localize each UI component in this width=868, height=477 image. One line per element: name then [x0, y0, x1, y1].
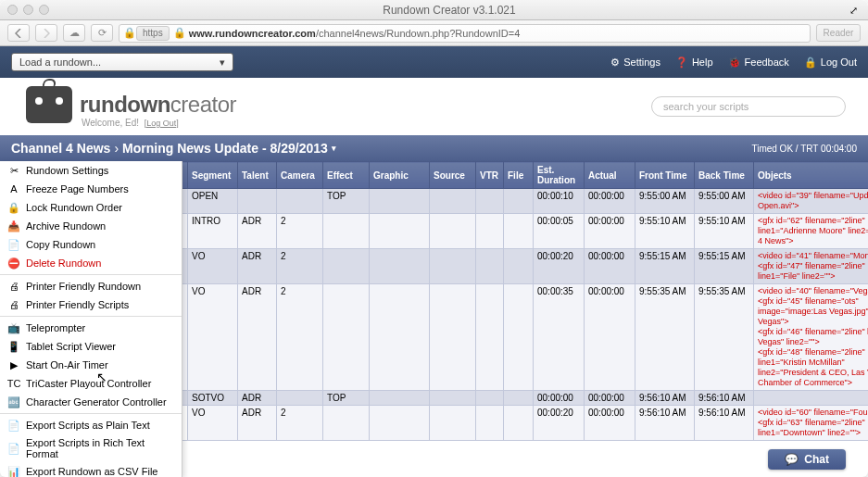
- menu-item[interactable]: TCTriCaster Playout Controller: [0, 374, 182, 393]
- menu-item-label: Freeze Page Numbers: [26, 183, 129, 195]
- help-icon: ❓: [675, 56, 688, 69]
- load-rundown-select[interactable]: Load a rundown... ▾: [11, 53, 233, 71]
- column-header[interactable]: Front Time: [635, 162, 695, 189]
- column-header[interactable]: Objects: [754, 162, 869, 189]
- column-header[interactable]: VTR: [476, 162, 504, 189]
- menu-item-label: Archive Rundown: [26, 220, 106, 232]
- menu-item[interactable]: 📥Archive Rundown: [0, 217, 182, 235]
- chevron-down-icon: ▾: [220, 56, 225, 69]
- lock-icon: 🔒: [123, 27, 136, 39]
- menu-item[interactable]: 📄Export Scripts in Rich Text Format: [0, 434, 182, 462]
- menu-item-label: Export Scripts in Rich Text Format: [26, 437, 174, 459]
- menu-item[interactable]: 📱Tablet Script Viewer: [0, 337, 182, 356]
- menu-item-icon: 📄: [7, 442, 20, 455]
- feedback-link[interactable]: 🐞Feedback: [728, 56, 789, 69]
- url-host: www.rundowncreator.com: [189, 28, 316, 39]
- menu-item-label: Export Scripts as Plain Text: [26, 420, 150, 431]
- column-header[interactable]: Est. Duration: [534, 162, 585, 189]
- breadcrumb-rundown[interactable]: Morning News Update - 8/29/2013: [122, 141, 328, 156]
- menu-item-label: Character Generator Controller: [26, 396, 167, 408]
- menu-item-label: Printer Friendly Rundown: [26, 281, 141, 292]
- menu-item-label: Tablet Script Viewer: [26, 341, 116, 352]
- gear-icon: ⚙: [610, 56, 620, 69]
- menu-item[interactable]: 📄Export Scripts as Plain Text: [0, 416, 182, 434]
- zoom-button[interactable]: [39, 5, 49, 15]
- forward-button[interactable]: [35, 24, 57, 42]
- ssl-lock-icon: 🔒: [173, 27, 186, 39]
- menu-item-icon: 📱: [7, 340, 20, 353]
- menu-item-label: Delete Rundown: [26, 257, 101, 269]
- menu-item[interactable]: ▶Start On-Air Timer: [0, 356, 182, 374]
- bug-icon: 🐞: [728, 56, 741, 69]
- menu-item[interactable]: AFreeze Page Numbers: [0, 180, 182, 198]
- url-bar[interactable]: 🔒 https 🔒 www.rundowncreator.com /channe…: [119, 24, 811, 43]
- rundown-context-menu: ✂Rundown SettingsAFreeze Page Numbers🔒Lo…: [0, 161, 182, 477]
- icloud-button[interactable]: ☁: [63, 24, 85, 42]
- logout-link[interactable]: 🔒Log Out: [804, 56, 857, 69]
- column-header[interactable]: Segment: [188, 162, 238, 189]
- menu-item-label: Lock Rundown Order: [26, 202, 122, 213]
- back-button[interactable]: [7, 24, 30, 42]
- chevron-down-icon[interactable]: ▾: [332, 144, 336, 153]
- menu-item-label: Export Rundown as CSV File: [26, 466, 157, 477]
- load-rundown-label: Load a rundown...: [19, 56, 101, 68]
- menu-item-icon: 🖨: [7, 280, 20, 293]
- column-header[interactable]: Talent: [238, 162, 277, 189]
- menu-item-icon: 📄: [7, 419, 20, 432]
- menu-item-icon: 🔤: [7, 395, 20, 408]
- close-button[interactable]: [7, 5, 18, 15]
- browser-toolbar: ☁ ⟳ 🔒 https 🔒 www.rundowncreator.com /ch…: [0, 20, 868, 46]
- menu-item[interactable]: ✂Rundown Settings: [0, 161, 182, 180]
- column-header[interactable]: Actual: [585, 162, 635, 189]
- menu-item-icon: 📥: [7, 220, 20, 232]
- tv-icon: [26, 86, 72, 123]
- objects-cell[interactable]: <video id="39" filename="Update Open.avi…: [754, 189, 869, 214]
- menu-item-icon: 🖨: [7, 298, 20, 311]
- menu-item-icon: ▶: [7, 358, 20, 371]
- menu-item[interactable]: 📄Copy Rundown: [0, 235, 182, 254]
- app-topbar: Load a rundown... ▾ ⚙Settings ❓Help 🐞Fee…: [0, 46, 868, 78]
- objects-cell[interactable]: [754, 391, 869, 406]
- timed-status: Timed OK / TRT 00:04:00: [751, 144, 857, 154]
- menu-item-icon: 🔒: [7, 201, 20, 214]
- column-header[interactable]: Graphic: [370, 162, 430, 189]
- column-header[interactable]: Source: [430, 162, 476, 189]
- menu-item-icon: 📊: [7, 465, 20, 477]
- menu-item[interactable]: ⛔Delete Rundown: [0, 254, 182, 272]
- menu-item[interactable]: 📊Export Rundown as CSV File: [0, 462, 182, 477]
- objects-cell[interactable]: <video id="60" filename="Fountain.avi"><…: [754, 406, 869, 441]
- menu-item-label: Rundown Settings: [26, 165, 108, 176]
- reload-button[interactable]: ⟳: [91, 24, 113, 42]
- minimize-button[interactable]: [23, 5, 33, 15]
- column-header[interactable]: Effect: [323, 162, 370, 189]
- menu-item-label: Copy Rundown: [26, 239, 95, 250]
- objects-cell[interactable]: <video id="41" filename="Monorail.avi"><…: [754, 249, 869, 284]
- breadcrumb-root[interactable]: Channel 4 News: [11, 141, 110, 156]
- column-header[interactable]: File: [504, 162, 534, 189]
- menu-item[interactable]: 🖨Printer Friendly Rundown: [0, 277, 182, 295]
- menu-item-label: Teleprompter: [26, 322, 85, 333]
- settings-link[interactable]: ⚙Settings: [610, 56, 660, 69]
- chat-icon: 💬: [785, 453, 799, 466]
- objects-cell[interactable]: <gfx id="62" filename="2line" line1="Adr…: [754, 214, 869, 249]
- menu-item-icon: A: [7, 182, 20, 195]
- menu-item-icon: ✂: [7, 164, 20, 177]
- menu-item[interactable]: 🔒Lock Rundown Order: [0, 198, 182, 217]
- chat-button[interactable]: 💬 Chat: [768, 449, 846, 470]
- menu-item[interactable]: 🖨Printer Friendly Scripts: [0, 295, 182, 314]
- objects-cell[interactable]: <video id="40" filename="Vegas.avi"><gfx…: [754, 284, 869, 391]
- menu-item-icon: ⛔: [7, 257, 20, 270]
- search-input[interactable]: search your scripts: [651, 96, 846, 117]
- url-path: /channel4news/Rundown.php?RundownID=4: [316, 28, 520, 39]
- column-header[interactable]: Back Time: [695, 162, 754, 189]
- logout-inline-link[interactable]: [Log Out]: [145, 119, 179, 128]
- reader-button[interactable]: Reader: [816, 24, 861, 42]
- fullscreen-icon[interactable]: ⤢: [849, 5, 861, 16]
- menu-item-icon: TC: [7, 377, 20, 390]
- menu-item[interactable]: 📺Teleprompter: [0, 319, 182, 337]
- menu-item[interactable]: 🔤Character Generator Controller: [0, 393, 182, 411]
- menu-item-label: Printer Friendly Scripts: [26, 299, 129, 310]
- header: rundowncreator Welcome, Ed! [Log Out] se…: [0, 78, 868, 135]
- column-header[interactable]: Camera: [277, 162, 323, 189]
- help-link[interactable]: ❓Help: [675, 56, 713, 69]
